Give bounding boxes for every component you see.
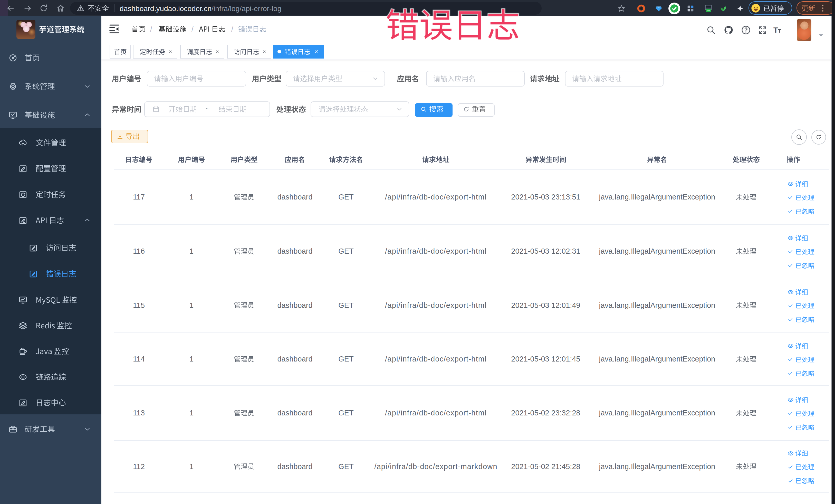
svg-text:on: on (707, 9, 710, 12)
